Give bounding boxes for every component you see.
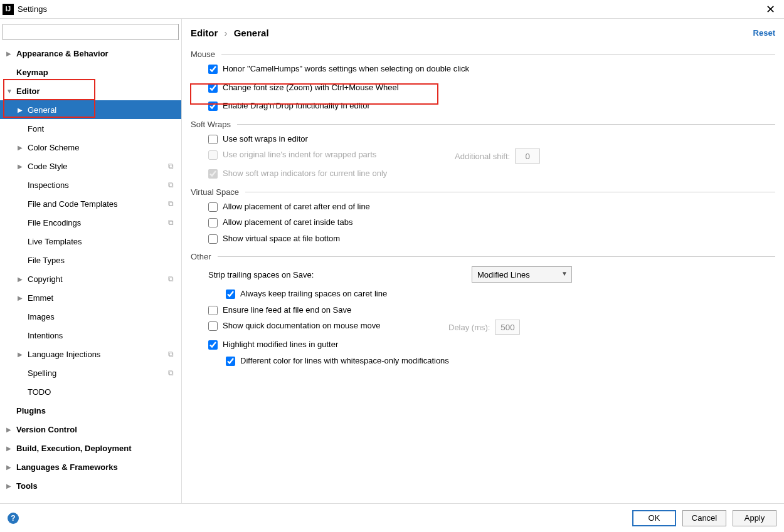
breadcrumb: Editor › General [191,28,753,38]
tree-item-color-scheme[interactable]: ▶Color Scheme [0,138,181,157]
tree-item-label: File and Code Templates [28,199,168,209]
tree-item-code-style[interactable]: ▶Code Style⧉ [0,157,181,175]
tree-item-label: Keymap [16,68,181,77]
strip-select[interactable]: Modified Lines ▼ [472,266,572,283]
tree-item-label: Appearance & Behavior [16,49,181,58]
highlight-gutter-label: Highlight modified lines in gutter [223,338,338,351]
settings-tree[interactable]: ▶Appearance & Behavior▶Keymap▼Editor▶Gen… [0,44,181,503]
tree-item-copyright[interactable]: ▶Copyright⧉ [0,269,181,288]
caret-tabs-checkbox[interactable] [208,218,218,227]
softwraps-indicators-checkbox [208,169,218,179]
tree-item-emmet[interactable]: ▶Emmet [0,288,181,307]
caret-eol-checkbox[interactable] [208,202,218,212]
show-bottom-checkbox[interactable] [208,234,218,244]
reset-link[interactable]: Reset [753,28,775,38]
tree-item-live-templates[interactable]: ▶Live Templates [0,232,181,251]
softwraps-indicators-label: Show soft wrap indicators for current li… [223,167,387,180]
app-icon: IJ [3,4,14,15]
section-mouse: Mouse [191,50,775,59]
softwraps-orig-label: Use original line's indent for wrapped p… [223,149,430,161]
footer: ? OK Cancel Apply [0,503,784,532]
tree-item-label: General [28,105,181,115]
tree-item-editor[interactable]: ▼Editor [0,81,181,100]
tree-item-label: Plugins [16,406,181,415]
softwraps-orig-checkbox [208,150,218,160]
tree-item-label: Intentions [28,331,181,340]
diff-color-label: Different color for lines with whitespac… [240,355,449,367]
tree-item-file-types[interactable]: ▶File Types [0,251,181,269]
copy-icon: ⧉ [168,162,174,170]
tree-item-label: Live Templates [28,237,181,246]
strip-label: Strip trailing spaces on Save: [208,270,472,279]
tree-item-label: Version Control [16,425,181,434]
tree-item-general[interactable]: ▶General [0,100,181,119]
ok-button[interactable]: OK [632,510,676,526]
copy-icon: ⧉ [168,180,174,189]
tree-item-intentions[interactable]: ▶Intentions [0,326,181,345]
softwraps-use-label: Use soft wraps in editor [223,133,308,145]
ensure-lf-label: Ensure line feed at file end on Save [223,304,351,316]
additional-shift-label: Additional shift: [455,152,510,161]
always-keep-label: Always keep trailing spaces on caret lin… [240,288,387,300]
settings-panel: Mouse Honor "CamelHumps" words settings … [182,42,784,503]
chevron-right-icon: ▶ [18,351,25,358]
copy-icon: ⧉ [168,218,174,227]
always-keep-checkbox[interactable] [226,289,235,299]
honor-camelhumps-checkbox[interactable] [208,65,218,74]
softwraps-use-checkbox[interactable] [208,135,218,144]
tree-item-appearance-behavior[interactable]: ▶Appearance & Behavior [0,44,181,63]
tree-item-spelling[interactable]: ▶Spelling⧉ [0,363,181,382]
chevron-right-icon: ▶ [18,107,25,113]
tree-item-label: Build, Execution, Deployment [16,444,181,453]
caret-tabs-label: Allow placement of caret inside tabs [223,216,352,229]
chevron-right-icon: ▶ [6,445,14,452]
tree-item-label: Color Scheme [28,143,181,152]
cancel-button[interactable]: Cancel [682,510,726,526]
apply-button[interactable]: Apply [733,510,776,526]
section-other: Other [191,252,775,261]
tree-item-label: Spelling [28,368,168,378]
tree-item-build-execution-deployment[interactable]: ▶Build, Execution, Deployment [0,439,181,457]
close-icon[interactable]: ✕ [760,3,781,16]
additional-shift-input [515,149,540,164]
search-input[interactable] [3,24,179,40]
breadcrumb-b: General [234,28,269,38]
tree-item-label: Inspections [28,180,168,190]
highlight-gutter-checkbox[interactable] [208,340,218,350]
copy-icon: ⧉ [168,368,174,377]
copy-icon: ⧉ [168,199,174,208]
tree-item-plugins[interactable]: ▶Plugins [0,401,181,420]
ensure-lf-checkbox[interactable] [208,306,218,315]
tree-item-file-encodings[interactable]: ▶File Encodings⧉ [0,213,181,232]
quick-doc-checkbox[interactable] [208,321,218,331]
tree-item-version-control[interactable]: ▶Version Control [0,420,181,439]
tree-item-keymap[interactable]: ▶Keymap [0,63,181,81]
tree-item-label: File Types [28,256,181,265]
tree-item-inspections[interactable]: ▶Inspections⧉ [0,175,181,194]
tree-item-label: Tools [16,481,181,491]
chevron-down-icon: ▼ [561,270,568,277]
diff-color-checkbox[interactable] [226,357,235,366]
section-virtual: Virtual Space [191,187,775,197]
quick-doc-label: Show quick documentation on mouse move [223,320,423,332]
copy-icon: ⧉ [168,350,174,358]
change-font-zoom-checkbox[interactable] [208,83,218,93]
tree-item-languages-frameworks[interactable]: ▶Languages & Frameworks [0,457,181,476]
tree-item-label: TODO [28,387,181,397]
tree-item-images[interactable]: ▶Images [0,307,181,326]
tree-item-label: Images [28,312,181,321]
content-area: Editor › General Reset Mouse Honor "Came… [182,19,784,503]
chevron-right-icon: ▶ [18,276,25,283]
tree-item-font[interactable]: ▶Font [0,119,181,138]
tree-item-todo[interactable]: ▶TODO [0,382,181,401]
delay-input [495,320,520,335]
tree-item-tools[interactable]: ▶Tools [0,476,181,495]
caret-eol-label: Allow placement of caret after end of li… [223,201,370,213]
help-icon[interactable]: ? [8,513,19,524]
change-font-zoom-label: Change font size (Zoom) with Ctrl+Mouse … [223,81,399,94]
tree-item-label: Emmet [28,293,181,303]
enable-dnd-checkbox[interactable] [208,102,218,111]
tree-item-language-injections[interactable]: ▶Language Injections⧉ [0,345,181,363]
tree-item-label: Font [28,124,181,133]
tree-item-file-and-code-templates[interactable]: ▶File and Code Templates⧉ [0,194,181,213]
